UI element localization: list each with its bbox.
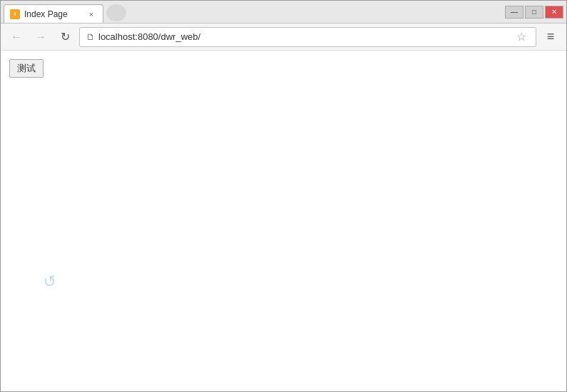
window-controls: — □ ✕: [505, 1, 566, 23]
title-bar: I Index Page × — □ ✕: [1, 1, 566, 24]
navigation-bar: ← → ↻ 🗋 ☆ ≡: [1, 24, 566, 51]
tab-area: I Index Page ×: [1, 1, 505, 23]
test-button[interactable]: 测试: [9, 59, 44, 78]
new-tab-button[interactable]: [106, 4, 126, 21]
browser-tab[interactable]: I Index Page ×: [4, 4, 103, 23]
minimize-button[interactable]: —: [505, 6, 523, 19]
bookmark-star-icon[interactable]: ☆: [513, 29, 530, 46]
main-menu-button[interactable]: ≡: [541, 27, 561, 47]
browser-window: I Index Page × — □ ✕ ← → ↻ 🗋 ☆ ≡ 测试 ↺: [0, 0, 567, 392]
close-window-button[interactable]: ✕: [545, 6, 563, 19]
address-bar-container[interactable]: 🗋 ☆: [79, 27, 536, 47]
tab-favicon: I: [10, 9, 20, 19]
reload-button[interactable]: ↻: [55, 27, 75, 47]
address-input[interactable]: [98, 31, 510, 42]
page-security-icon: 🗋: [86, 32, 96, 42]
decorative-squiggle: ↺: [42, 272, 58, 293]
forward-button[interactable]: →: [31, 27, 51, 47]
tab-close-button[interactable]: ×: [86, 9, 97, 20]
tab-title: Index Page: [24, 9, 81, 19]
page-content: 测试 ↺: [1, 51, 566, 391]
back-button[interactable]: ←: [6, 27, 26, 47]
restore-button[interactable]: □: [525, 6, 543, 19]
